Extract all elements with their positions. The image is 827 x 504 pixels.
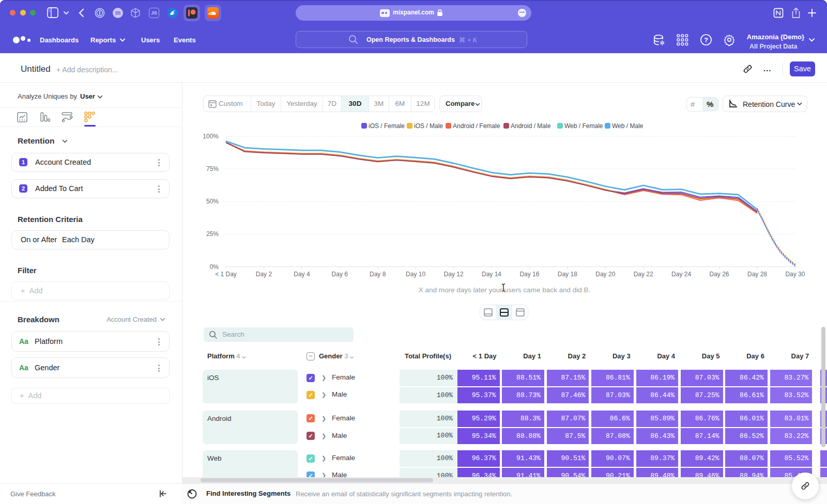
svg-text:Day 16: Day 16 xyxy=(519,271,539,278)
svg-text:Day 4: Day 4 xyxy=(294,271,310,278)
svg-text:Day 30: Day 30 xyxy=(785,271,805,278)
svg-text:Day 28: Day 28 xyxy=(747,271,767,278)
svg-text:?: ? xyxy=(704,37,708,44)
svg-text:< 1 Day: < 1 Day xyxy=(215,271,237,278)
svg-text:Day 22: Day 22 xyxy=(634,271,653,278)
svg-text:25%: 25% xyxy=(206,230,219,238)
svg-text:Day 24: Day 24 xyxy=(671,271,691,278)
svg-text:100%: 100% xyxy=(203,133,219,140)
svg-text:Day 10: Day 10 xyxy=(406,271,425,278)
svg-text:Day 20: Day 20 xyxy=(595,271,615,278)
svg-text:Day 18: Day 18 xyxy=(558,271,577,278)
svg-text:0%: 0% xyxy=(210,263,219,271)
svg-text:Day 8: Day 8 xyxy=(370,271,386,278)
svg-text:Day 6: Day 6 xyxy=(332,271,348,278)
svg-text:Day 14: Day 14 xyxy=(482,271,501,278)
svg-text:75%: 75% xyxy=(206,165,219,172)
svg-text:Day 2: Day 2 xyxy=(256,271,272,278)
svg-text:Day 26: Day 26 xyxy=(709,271,729,278)
svg-text:Day 12: Day 12 xyxy=(444,271,464,278)
svg-text:50%: 50% xyxy=(206,198,219,205)
